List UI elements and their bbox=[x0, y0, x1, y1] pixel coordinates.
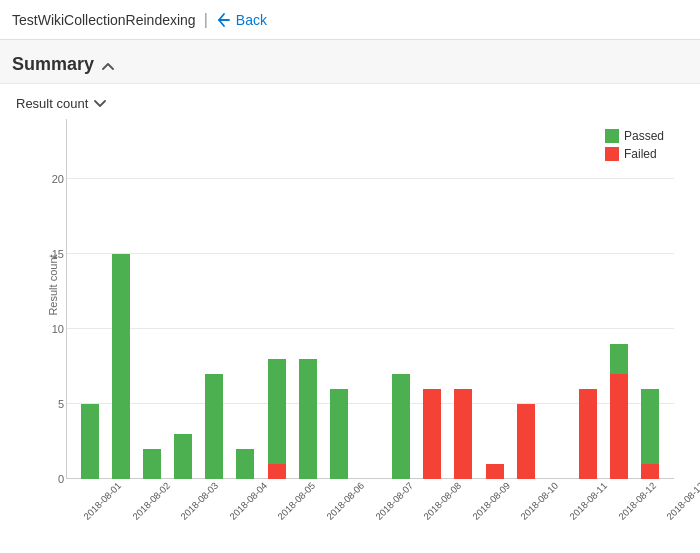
bar-stack-2018-08-12 bbox=[423, 389, 441, 479]
bar-col-2018-08-08 bbox=[292, 119, 323, 479]
bar-stack-2018-08-11 bbox=[392, 374, 410, 479]
bar-stack-2018-08-06 bbox=[236, 449, 254, 479]
page-title: TestWikiCollectionReindexing bbox=[12, 12, 196, 28]
dropdown-icon bbox=[94, 97, 106, 111]
bar-stack-2018-08-19 bbox=[641, 389, 659, 479]
bar-col-2018-08-11 bbox=[386, 119, 417, 479]
bar-stack-2018-08-14 bbox=[486, 464, 504, 479]
bar-col-2018-08-16 bbox=[541, 119, 572, 479]
bar-stack-2018-08-09 bbox=[330, 389, 348, 479]
bar-fail-2018-08-07 bbox=[268, 464, 286, 479]
bar-pass-2018-08-07 bbox=[268, 359, 286, 464]
x-label-2018-08-02: 2018-08-02 bbox=[123, 481, 172, 539]
header-divider: | bbox=[204, 11, 208, 29]
bar-col-2018-08-13 bbox=[448, 119, 479, 479]
bar-pass-2018-08-09 bbox=[330, 389, 348, 479]
bar-col-2018-08-19 bbox=[635, 119, 666, 479]
bar-col-2018-08-12 bbox=[417, 119, 448, 479]
bar-fail-2018-08-18 bbox=[610, 374, 628, 479]
summary-section: Summary bbox=[0, 40, 700, 84]
y-tick-15: 15 bbox=[44, 248, 64, 260]
bar-pass-2018-08-11 bbox=[392, 374, 410, 479]
header: TestWikiCollectionReindexing | Back bbox=[0, 0, 700, 40]
bar-col-2018-08-04 bbox=[167, 119, 198, 479]
bar-fail-2018-08-12 bbox=[423, 389, 441, 479]
bar-pass-2018-08-04 bbox=[174, 434, 192, 479]
bar-pass-2018-08-19 bbox=[641, 389, 659, 464]
chart-area: Result count 0 5 10 15 20 Passed Failed bbox=[16, 119, 684, 539]
x-label-2018-08-12: 2018-08-12 bbox=[609, 481, 658, 539]
bar-fail-2018-08-17 bbox=[579, 389, 597, 479]
bar-pass-2018-08-01 bbox=[81, 404, 99, 479]
bar-col-2018-08-03 bbox=[136, 119, 167, 479]
summary-title: Summary bbox=[12, 54, 94, 75]
bar-col-2018-08-01 bbox=[74, 119, 105, 479]
bar-col-2018-08-07 bbox=[261, 119, 292, 479]
bar-stack-2018-08-02 bbox=[112, 254, 130, 479]
bar-fail-2018-08-19 bbox=[641, 464, 659, 479]
bar-stack-2018-08-04 bbox=[174, 434, 192, 479]
x-label-2018-08-09: 2018-08-09 bbox=[463, 481, 512, 539]
bar-stack-2018-08-03 bbox=[143, 449, 161, 479]
y-tick-10: 10 bbox=[44, 323, 64, 335]
bar-pass-2018-08-05 bbox=[205, 374, 223, 479]
x-labels: 2018-08-012018-08-022018-08-032018-08-04… bbox=[66, 481, 674, 539]
bar-col-2018-08-06 bbox=[230, 119, 261, 479]
y-axis-label: Result count bbox=[47, 254, 59, 315]
bar-fail-2018-08-13 bbox=[454, 389, 472, 479]
bar-stack-2018-08-13 bbox=[454, 389, 472, 479]
y-tick-0: 0 bbox=[44, 473, 64, 485]
bar-fail-2018-08-15 bbox=[517, 404, 535, 479]
bar-stack-2018-08-01 bbox=[81, 404, 99, 479]
bar-stack-2018-08-07 bbox=[268, 359, 286, 479]
bar-pass-2018-08-06 bbox=[236, 449, 254, 479]
bar-col-2018-08-15 bbox=[510, 119, 541, 479]
bar-stack-2018-08-15 bbox=[517, 404, 535, 479]
bar-col-2018-08-10 bbox=[354, 119, 385, 479]
result-count-label: Result count bbox=[16, 96, 88, 111]
bar-stack-2018-08-08 bbox=[299, 359, 317, 479]
y-tick-5: 5 bbox=[44, 398, 64, 410]
x-label-2018-08-01: 2018-08-01 bbox=[74, 481, 123, 539]
bar-col-2018-08-05 bbox=[199, 119, 230, 479]
back-label: Back bbox=[236, 12, 267, 28]
x-label-2018-08-08: 2018-08-08 bbox=[414, 481, 463, 539]
bar-stack-2018-08-05 bbox=[205, 374, 223, 479]
bar-col-2018-08-17 bbox=[573, 119, 604, 479]
bar-stack-2018-08-17 bbox=[579, 389, 597, 479]
x-label-2018-08-06: 2018-08-06 bbox=[317, 481, 366, 539]
bar-col-2018-08-18 bbox=[604, 119, 635, 479]
x-label-2018-08-10: 2018-08-10 bbox=[511, 481, 560, 539]
bar-stack-2018-08-18 bbox=[610, 344, 628, 479]
bar-pass-2018-08-08 bbox=[299, 359, 317, 479]
x-label-2018-08-03: 2018-08-03 bbox=[171, 481, 220, 539]
y-tick-20: 20 bbox=[44, 173, 64, 185]
x-label-2018-08-04: 2018-08-04 bbox=[220, 481, 269, 539]
x-label-2018-08-05: 2018-08-05 bbox=[268, 481, 317, 539]
bar-col-2018-08-09 bbox=[323, 119, 354, 479]
x-label-2018-08-13: 2018-08-13 bbox=[657, 481, 700, 539]
x-label-2018-08-07: 2018-08-07 bbox=[366, 481, 415, 539]
bar-fail-2018-08-14 bbox=[486, 464, 504, 479]
bar-pass-2018-08-02 bbox=[112, 254, 130, 479]
bar-pass-2018-08-03 bbox=[143, 449, 161, 479]
bar-pass-2018-08-18 bbox=[610, 344, 628, 374]
collapse-icon[interactable] bbox=[102, 59, 114, 71]
back-icon bbox=[216, 12, 232, 28]
bar-col-2018-08-14 bbox=[479, 119, 510, 479]
x-label-2018-08-11: 2018-08-11 bbox=[560, 481, 609, 539]
bars-group bbox=[66, 119, 674, 479]
back-button[interactable]: Back bbox=[216, 12, 267, 28]
bar-col-2018-08-02 bbox=[105, 119, 136, 479]
chart-container: Result count Result count 0 5 10 15 20 bbox=[0, 84, 700, 553]
result-count-header[interactable]: Result count bbox=[16, 96, 684, 111]
